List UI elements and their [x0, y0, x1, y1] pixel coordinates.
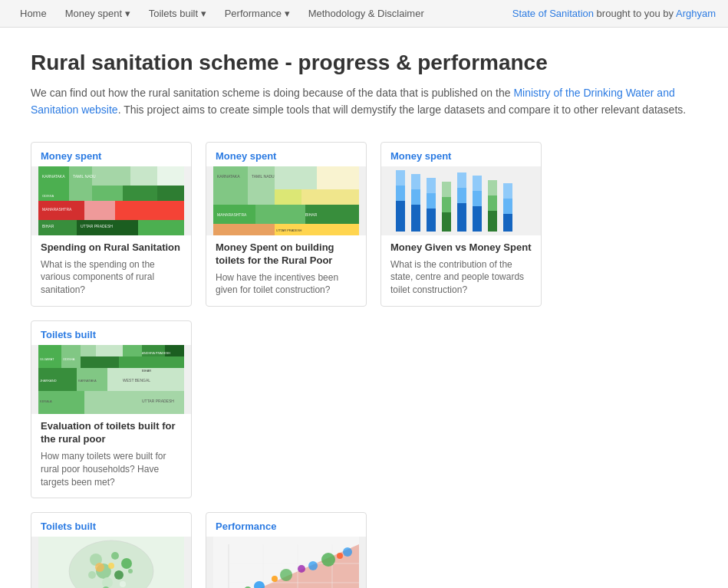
svg-point-108 — [272, 576, 278, 582]
svg-rect-2 — [92, 166, 130, 186]
hero-desc-part2: . This project aims to create simple too… — [118, 103, 687, 116]
svg-text:ANDHRA PRADESH: ANDHRA PRADESH — [142, 351, 170, 355]
card-title-4: Evaluation of toilets built for the rura… — [41, 420, 182, 446]
card-money-given[interactable]: Money spent — [380, 142, 542, 307]
svg-point-109 — [280, 569, 292, 581]
svg-rect-67 — [81, 356, 119, 368]
svg-rect-53 — [473, 206, 482, 232]
svg-point-95 — [95, 563, 104, 572]
cards-row-1: Money spent KARNATAK — [31, 142, 697, 499]
svg-rect-3 — [130, 166, 157, 186]
card-money-building[interactable]: Money spent KARNATAKA TAMIL NADU — [206, 142, 367, 307]
card-body-2: Money Spent on building toilets for the … — [206, 235, 366, 306]
svg-rect-38 — [396, 201, 405, 232]
svg-text:UTTAR PRADESH: UTTAR PRADESH — [81, 224, 113, 228]
nav-money-spent[interactable]: Money spent ▾ — [58, 2, 138, 25]
cards-section: Money spent KARNATAK — [0, 126, 728, 588]
svg-point-92 — [88, 571, 96, 579]
svg-rect-64 — [123, 345, 142, 356]
card-desc-4: How many toilets were built for rural po… — [41, 450, 182, 488]
card-body-4: Evaluation of toilets built for the rura… — [31, 414, 191, 498]
card-category-4: Toilets built — [31, 321, 191, 345]
hero-description: We can find out how the rural sanitation… — [31, 84, 690, 119]
svg-text:KERALA: KERALA — [40, 399, 52, 403]
svg-text:KARNATAKA: KARNATAKA — [217, 174, 240, 179]
svg-point-113 — [337, 553, 343, 559]
svg-point-86 — [111, 552, 119, 560]
svg-point-93 — [128, 569, 133, 573]
card-spending-rural[interactable]: Money spent KARNATAK — [31, 142, 192, 307]
hero-section: Rural sanitation scheme - progress & per… — [0, 28, 728, 126]
svg-rect-9 — [84, 201, 115, 220]
svg-point-114 — [343, 547, 352, 557]
nav-state-sanitation-link[interactable]: State of Sanitation — [512, 8, 594, 19]
card-evaluation[interactable]: Toilets built ANDHRA — [31, 320, 192, 498]
svg-rect-27 — [255, 205, 305, 224]
svg-rect-25 — [301, 189, 359, 205]
svg-text:MAHARASHTRA: MAHARASHTRA — [42, 207, 72, 212]
card-thumb-5 — [31, 537, 191, 588]
svg-rect-1 — [69, 166, 92, 201]
svg-text:BIHAR: BIHAR — [42, 224, 54, 228]
card-thumb-2: KARNATAKA TAMIL NADU MAHARASHTRA BIHAR U… — [206, 166, 366, 235]
cards-row-2: Toilets built — [31, 512, 697, 588]
svg-point-89 — [114, 570, 124, 580]
svg-text:ODISHA: ODISHA — [63, 357, 75, 361]
svg-rect-5 — [92, 186, 123, 201]
svg-rect-10 — [115, 201, 184, 220]
svg-rect-68 — [119, 356, 184, 368]
page-title: Rural sanitation scheme - progress & per… — [31, 51, 697, 75]
nav-left: Home Money spent ▾ Toilets built ▾ Perfo… — [12, 2, 432, 25]
card-body-3: Money Given vs Money Spent What is the c… — [381, 235, 541, 306]
nav-toilets-built[interactable]: Toilets built ▾ — [141, 2, 214, 25]
card-body-1: Spending on Rural Sanitation What is the… — [31, 235, 191, 306]
nav-performance[interactable]: Performance ▾ — [217, 2, 298, 25]
card-thumb-4: ANDHRA PRADESH UTTAR PRADESH GUJARAT ODI… — [31, 345, 191, 414]
svg-rect-60 — [38, 345, 61, 368]
svg-rect-4 — [157, 166, 184, 186]
card-desc-1: What is the spending on the various comp… — [41, 258, 182, 297]
svg-point-112 — [321, 553, 335, 567]
card-performance[interactable]: Performance — [206, 512, 367, 588]
card-title-2: Money Spent on building toilets for the … — [216, 241, 357, 268]
svg-point-91 — [120, 581, 126, 587]
svg-text:MAHARASHTRA: MAHARASHTRA — [217, 212, 247, 217]
svg-rect-47 — [442, 212, 451, 232]
card-category-5: Toilets built — [31, 513, 191, 537]
svg-rect-62 — [81, 345, 96, 356]
svg-point-110 — [298, 565, 305, 573]
card-category-1: Money spent — [31, 143, 191, 166]
card-desc-2: How have the incentives been given for t… — [216, 271, 357, 297]
svg-point-87 — [121, 558, 132, 569]
svg-rect-13 — [138, 220, 184, 235]
svg-rect-56 — [488, 211, 497, 232]
card-desc-3: What is the contribution of the state, c… — [390, 258, 532, 297]
card-title-3: Money Given vs Money Spent — [390, 241, 532, 255]
svg-text:UTTAR PRADESH: UTTAR PRADESH — [276, 228, 302, 232]
card-category-3: Money spent — [381, 143, 541, 166]
svg-text:KARNATAKA: KARNATAKA — [78, 379, 97, 383]
svg-text:JHARKAND: JHARKAND — [40, 379, 57, 383]
svg-text:BIHAR: BIHAR — [142, 369, 151, 373]
svg-point-90 — [102, 577, 113, 588]
svg-rect-59 — [503, 214, 512, 232]
svg-text:TAMIL NADU: TAMIL NADU — [73, 174, 96, 179]
nav-home[interactable]: Home — [12, 2, 54, 25]
svg-text:BIHAR: BIHAR — [305, 212, 318, 217]
card-title-1: Spending on Rural Sanitation — [41, 241, 182, 255]
navbar: Home Money spent ▾ Toilets built ▾ Perfo… — [0, 0, 728, 28]
svg-rect-21 — [248, 166, 275, 205]
card-category-2: Money spent — [206, 143, 366, 166]
svg-rect-44 — [427, 209, 436, 232]
svg-text:TAMIL NADU: TAMIL NADU — [252, 174, 275, 179]
card-thumb-6 — [206, 537, 366, 588]
nav-arghyam-link[interactable]: Arghyam — [676, 8, 716, 19]
svg-text:WEST BENGAL: WEST BENGAL — [123, 378, 150, 383]
card-thumb-1: KARNATAKA TAMIL NADU MAHARASHTRA BIHAR U… — [31, 166, 191, 235]
nav-methodology[interactable]: Methodology & Disclaimer — [301, 2, 432, 25]
svg-rect-29 — [213, 224, 275, 235]
svg-point-94 — [108, 563, 114, 569]
svg-rect-63 — [96, 345, 123, 356]
svg-rect-7 — [157, 186, 184, 201]
card-coverage[interactable]: Toilets built — [31, 512, 192, 588]
